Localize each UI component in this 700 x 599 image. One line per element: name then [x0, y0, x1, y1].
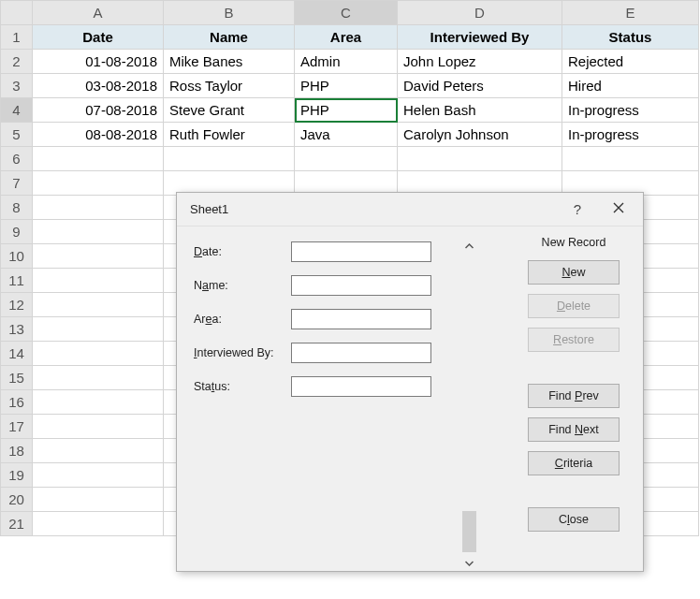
scroll-down-button[interactable] — [461, 555, 477, 571]
col-header-A[interactable]: A — [33, 1, 164, 25]
cell[interactable]: 03-08-2018 — [33, 74, 164, 98]
cell[interactable]: Carolyn Johnson — [398, 123, 562, 147]
row-header[interactable]: 10 — [1, 244, 33, 269]
row-header[interactable]: 16 — [1, 390, 33, 415]
row-header[interactable]: 6 — [1, 147, 33, 171]
dialog-titlebar[interactable]: Sheet1 ? — [177, 193, 643, 226]
cell-active[interactable]: PHP — [295, 98, 398, 123]
input-interviewed-by[interactable] — [291, 343, 431, 363]
chevron-down-icon — [465, 561, 474, 566]
cell[interactable]: Admin — [295, 50, 398, 74]
col-header-C[interactable]: C — [295, 1, 398, 25]
cell[interactable]: 01-08-2018 — [33, 50, 164, 74]
new-button[interactable]: New — [528, 260, 620, 285]
header-date[interactable]: Date — [33, 25, 164, 50]
row-header[interactable]: 1 — [1, 25, 33, 50]
header-status[interactable]: Status — [562, 25, 699, 50]
criteria-button[interactable]: Criteria — [528, 451, 620, 475]
col-header-B[interactable]: B — [164, 1, 295, 25]
cell[interactable] — [33, 244, 164, 269]
close-window-button[interactable] — [598, 197, 639, 223]
cell[interactable]: Helen Bash — [398, 98, 562, 123]
cell[interactable] — [33, 196, 164, 220]
cell[interactable]: In-progress — [562, 98, 699, 123]
cell[interactable]: Ross Taylor — [164, 74, 295, 98]
cell[interactable] — [33, 293, 164, 317]
row-header[interactable]: 4 — [1, 98, 33, 123]
input-area[interactable] — [291, 309, 431, 329]
cell[interactable]: 07-08-2018 — [33, 98, 164, 123]
cell[interactable] — [33, 488, 164, 512]
row-header[interactable]: 11 — [1, 269, 33, 293]
label-status: Status: — [194, 380, 291, 393]
cell[interactable] — [33, 342, 164, 366]
scroll-up-button[interactable] — [461, 238, 477, 254]
cell[interactable] — [295, 147, 398, 171]
cell[interactable]: Mike Banes — [164, 50, 295, 74]
cell[interactable] — [33, 269, 164, 293]
row-header[interactable]: 21 — [1, 512, 33, 536]
scroll-thumb[interactable] — [462, 511, 476, 552]
cell[interactable]: Ruth Fowler — [164, 123, 295, 147]
input-status[interactable] — [291, 376, 431, 397]
col-header-E[interactable]: E — [562, 1, 699, 25]
close-button[interactable]: Close — [528, 507, 620, 532]
data-form-dialog: Sheet1 ? Date: Name: Area: Interviewed B… — [176, 192, 644, 572]
cell[interactable]: Java — [295, 123, 398, 147]
cell[interactable] — [33, 439, 164, 463]
row-header[interactable]: 13 — [1, 317, 33, 342]
cell[interactable]: Steve Grant — [164, 98, 295, 123]
cell[interactable]: John Lopez — [398, 50, 562, 74]
help-button[interactable]: ? — [557, 197, 598, 223]
header-interviewed-by[interactable]: Interviewed By — [398, 25, 562, 50]
record-status-label: New Record — [542, 236, 606, 249]
cell[interactable] — [398, 147, 562, 171]
cell[interactable] — [562, 147, 699, 171]
dialog-title: Sheet1 — [190, 202, 557, 216]
label-area: Area: — [194, 313, 291, 326]
cell[interactable] — [33, 317, 164, 342]
cell[interactable]: Rejected — [562, 50, 699, 74]
row-header[interactable]: 7 — [1, 171, 33, 196]
header-name[interactable]: Name — [164, 25, 295, 50]
input-name[interactable] — [291, 275, 431, 296]
find-prev-button[interactable]: Find Prev — [528, 384, 620, 408]
chevron-up-icon — [465, 243, 474, 249]
restore-button[interactable]: Restore — [528, 328, 620, 352]
cell[interactable] — [164, 147, 295, 171]
cell[interactable] — [33, 463, 164, 488]
cell[interactable]: PHP — [295, 74, 398, 98]
delete-button[interactable]: Delete — [528, 294, 620, 318]
cell[interactable]: David Peters — [398, 74, 562, 98]
label-interviewed-by: Interviewed By: — [194, 346, 291, 359]
cell[interactable] — [33, 147, 164, 171]
col-header-D[interactable]: D — [398, 1, 562, 25]
input-date[interactable] — [291, 241, 431, 262]
cell[interactable] — [33, 171, 164, 196]
cell[interactable] — [33, 366, 164, 390]
row-header[interactable]: 18 — [1, 439, 33, 463]
row-header[interactable]: 19 — [1, 463, 33, 488]
row-header[interactable]: 3 — [1, 74, 33, 98]
header-area[interactable]: Area — [295, 25, 398, 50]
row-header[interactable]: 9 — [1, 220, 33, 244]
find-next-button[interactable]: Find Next — [528, 417, 620, 442]
cell[interactable]: Hired — [562, 74, 699, 98]
row-header[interactable]: 2 — [1, 50, 33, 74]
cell[interactable] — [33, 415, 164, 439]
row-header[interactable]: 14 — [1, 342, 33, 366]
cell[interactable] — [33, 512, 164, 536]
select-all-cell[interactable] — [1, 1, 33, 25]
row-header[interactable]: 20 — [1, 488, 33, 512]
cell[interactable] — [33, 390, 164, 415]
row-header[interactable]: 5 — [1, 123, 33, 147]
row-header[interactable]: 8 — [1, 196, 33, 220]
cell[interactable]: In-progress — [562, 123, 699, 147]
row-header[interactable]: 17 — [1, 415, 33, 439]
dialog-button-column: New Record New Delete Restore Find Prev … — [518, 236, 630, 541]
row-header[interactable]: 15 — [1, 366, 33, 390]
row-header[interactable]: 12 — [1, 293, 33, 317]
form-scrollbar[interactable] — [461, 238, 477, 571]
cell[interactable]: 08-08-2018 — [33, 123, 164, 147]
cell[interactable] — [33, 220, 164, 244]
